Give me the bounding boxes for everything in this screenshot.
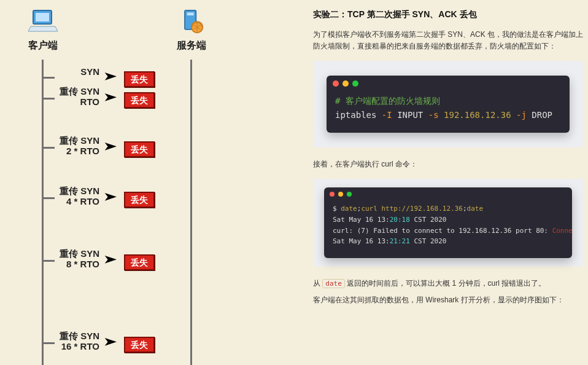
arrow-right-icon: ➤ bbox=[104, 190, 117, 203]
arrow-right-icon: ➤ bbox=[104, 335, 117, 348]
code-figure-iptables: # 客户端配置的防火墙规则 iptables -I INPUT -s 192.1… bbox=[313, 61, 583, 147]
cmd-curl: curl http://192.168.12.36 bbox=[361, 205, 463, 213]
badge-lost: 丢失 bbox=[124, 141, 155, 157]
terminal-titlebar bbox=[327, 76, 570, 92]
msg-line2: 16 * RTO bbox=[61, 341, 99, 351]
badge-lost: 丢失 bbox=[124, 192, 155, 208]
inline-code-date: date bbox=[322, 279, 345, 288]
msg-retry-1: 重传 SYN RTO bbox=[49, 87, 99, 107]
out-line: Sat May 16 13: bbox=[333, 237, 390, 245]
msg-line2: 4 * RTO bbox=[66, 196, 99, 206]
paragraph-curl: 接着，在客户端执行 curl 命令： bbox=[313, 159, 583, 170]
cmd-date: date bbox=[467, 205, 484, 213]
article-title: 实验二：TCP 第二次握手 SYN、ACK 丢包 bbox=[313, 9, 583, 20]
arrow-right-icon: ➤ bbox=[104, 69, 117, 83]
zoom-icon bbox=[352, 80, 358, 87]
article-body: 实验二：TCP 第二次握手 SYN、ACK 丢包 为了模拟客户端收不到服务端第二… bbox=[307, 9, 583, 340]
msg-line2: 2 * RTO bbox=[66, 146, 99, 156]
paragraph-result: 从 date 返回的时间前后，可以算出大概 1 分钟后，curl 报错退出了。 bbox=[313, 278, 583, 289]
text: 从 bbox=[313, 279, 322, 288]
terminal-window: $ date;curl http://192.168.12.36;date Sa… bbox=[324, 187, 572, 257]
msg-retry-5: 重传 SYN 16 * RTO bbox=[41, 331, 99, 351]
code-line: iptables -I INPUT -s 192.168.12.36 -j DR… bbox=[335, 110, 552, 120]
arrow-right-icon: ➤ bbox=[104, 253, 117, 266]
msg-retry-2: 重传 SYN 2 * RTO bbox=[45, 136, 99, 156]
out-error: Connection timed out bbox=[552, 227, 572, 235]
out-line: CST 2020 bbox=[410, 216, 447, 224]
msg-line1: 重传 SYN bbox=[60, 331, 99, 341]
terminal-body: $ date;curl http://192.168.12.36;date Sa… bbox=[324, 201, 572, 257]
terminal-window: # 客户端配置的防火墙规则 iptables -I INPUT -s 192.1… bbox=[327, 76, 570, 133]
svg-rect-3 bbox=[187, 12, 194, 15]
laptop-icon bbox=[27, 9, 59, 35]
text: 返回的时间前后，可以算出大概 1 分钟后，curl 报错退出了。 bbox=[345, 279, 546, 288]
msg-line1: 重传 SYN bbox=[60, 248, 99, 259]
svg-rect-1 bbox=[36, 13, 49, 22]
cmd-date: date bbox=[341, 205, 357, 213]
sep: ; bbox=[463, 205, 467, 213]
msg-retry-4: 重传 SYN 8 * RTO bbox=[45, 249, 99, 269]
msg-line1: 重传 SYN bbox=[60, 135, 99, 146]
msg-line2: 8 * RTO bbox=[66, 259, 99, 269]
arrow-right-icon: ➤ bbox=[104, 90, 117, 104]
paragraph-intro: 为了模拟客户端收不到服务端第二次握手 SYN、ACK 包，我的做法是在客户端加上… bbox=[313, 29, 583, 52]
server-lifeline bbox=[190, 60, 192, 365]
badge-lost: 丢失 bbox=[124, 254, 155, 270]
close-icon bbox=[330, 192, 335, 197]
out-line: CST 2020 bbox=[410, 237, 447, 245]
server-node: 服务端 bbox=[176, 9, 207, 52]
badge-lost: 丢失 bbox=[124, 92, 155, 108]
tcp-handshake-diagram: 客户端 服务端 SYN ➤ 丢失 重传 SYN RTO ➤ 丢失 重传 SYN … bbox=[12, 9, 307, 340]
close-icon bbox=[333, 80, 339, 87]
out-line: Sat May 16 13: bbox=[333, 216, 390, 224]
msg-syn: SYN bbox=[49, 67, 99, 77]
code-figure-curl: $ date;curl http://192.168.12.36;date Sa… bbox=[313, 179, 583, 266]
badge-lost: 丢失 bbox=[124, 337, 155, 353]
arrow-right-icon: ➤ bbox=[104, 139, 117, 153]
msg-line1: 重传 SYN bbox=[60, 86, 99, 96]
minimize-icon bbox=[342, 80, 349, 87]
terminal-body: # 客户端配置的防火墙规则 iptables -I INPUT -s 192.1… bbox=[327, 92, 570, 133]
client-lifeline bbox=[42, 60, 44, 365]
out-line: curl: (7) Failed to connect to 192.168.1… bbox=[333, 227, 552, 235]
server-globe-icon bbox=[176, 9, 207, 35]
msg-line2: RTO bbox=[80, 96, 99, 107]
code-comment: # 客户端配置的防火墙规则 bbox=[335, 96, 440, 106]
badge-lost: 丢失 bbox=[124, 71, 155, 87]
client-label: 客户端 bbox=[27, 39, 59, 52]
prompt: $ bbox=[333, 205, 341, 213]
minimize-icon bbox=[338, 192, 343, 197]
out-time: 21:21 bbox=[390, 237, 410, 245]
msg-retry-3: 重传 SYN 4 * RTO bbox=[45, 186, 99, 206]
client-node: 客户端 bbox=[27, 9, 59, 52]
msg-line1: 重传 SYN bbox=[60, 186, 99, 196]
out-time: 20:18 bbox=[390, 216, 410, 224]
paragraph-wireshark: 客户端在这其间抓取的数据包，用 Wireshark 打开分析，显示的时序图如下： bbox=[313, 294, 583, 306]
zoom-icon bbox=[347, 192, 352, 197]
terminal-titlebar bbox=[324, 187, 572, 201]
server-label: 服务端 bbox=[176, 39, 207, 52]
